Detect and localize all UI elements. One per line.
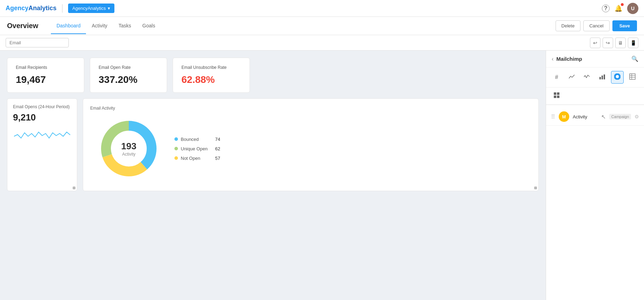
back-icon: ‹ [552, 56, 553, 62]
widget-type-line-chart[interactable] [565, 71, 578, 84]
widget-type-selector: # [546, 67, 644, 87]
legend-dot-unique-open [174, 147, 178, 150]
drag-handle-icon[interactable]: ⠿ [551, 113, 555, 120]
subheader-left: Overview Dashboard Activity Tasks Goals [7, 18, 161, 34]
filter-bar: ↩ ↪ 🖥 📱 [0, 35, 644, 51]
brand-analytics: Analytics [28, 5, 57, 12]
widget-type-grid[interactable] [550, 90, 563, 102]
main-layout: Email Recipients 19,467 Email Open Rate … [0, 51, 644, 300]
widget-type-donut[interactable] [611, 71, 624, 84]
widget-settings-button[interactable]: ⚙ [635, 114, 639, 119]
nav-divider [62, 4, 62, 13]
widget-name-activity: Activity [573, 114, 598, 119]
tab-tasks[interactable]: Tasks [113, 18, 137, 34]
save-button[interactable]: Save [612, 20, 637, 31]
panel-back-button[interactable]: ‹ [552, 56, 553, 62]
stat-value-open-rate: 337.20% [99, 74, 158, 85]
tab-dashboard[interactable]: Dashboard [51, 18, 86, 34]
avatar[interactable]: U [627, 3, 638, 14]
widget-type-table[interactable] [626, 71, 639, 84]
chart-title-activity: Email Activity [90, 106, 531, 111]
panel-header: ‹ Mailchimp 🔍 [546, 51, 644, 67]
stats-row: Email Recipients 19,467 Email Open Rate … [7, 58, 539, 93]
undo-button[interactable]: ↩ [590, 38, 600, 48]
svg-point-8 [616, 75, 619, 78]
donut-center-value: 193 [121, 141, 136, 152]
donut-legend: Bounced 74 Unique Open 62 Not Open 57 [174, 137, 220, 161]
widget-type-metric[interactable]: # [550, 71, 563, 84]
donut-chart-icon [614, 73, 620, 81]
chart-card-activity: Email Activity [83, 98, 539, 191]
help-button[interactable]: ? [602, 5, 610, 12]
widget-icon-activity: M [559, 111, 569, 122]
svg-rect-14 [557, 92, 559, 95]
delete-button[interactable]: Delete [556, 20, 581, 31]
panel-search-button[interactable]: 🔍 [631, 56, 638, 62]
widget-list: ⠿ M Activity ↖ Campaign ⚙ [546, 105, 644, 129]
notification-badge [621, 3, 624, 6]
stat-card-unsubscribe: Email Unsubscribe Rate 62.88% [173, 58, 250, 93]
metric-icon: # [555, 74, 558, 80]
redo-button[interactable]: ↪ [603, 38, 613, 48]
legend-dot-bounced [174, 137, 178, 141]
widget-type-bar-chart[interactable] [596, 71, 609, 84]
legend-item-unique-open: Unique Open 62 [174, 146, 220, 151]
brand-agency: Agency [6, 5, 28, 12]
resize-handle[interactable] [73, 187, 75, 189]
tab-activity[interactable]: Activity [86, 18, 113, 34]
svg-rect-13 [554, 92, 556, 95]
navbar-right: ? 🔔 U [602, 3, 638, 14]
legend-name-not-open: Not Open [181, 156, 212, 161]
table-icon [629, 73, 636, 81]
charts-row: Email Opens (24-Hour Period) 9,210 Email… [7, 98, 539, 191]
subheader-right: Delete Cancel Save [556, 20, 637, 31]
legend-value-bounced: 74 [215, 137, 220, 142]
search-icon: 🔍 [631, 56, 638, 62]
notifications-button[interactable]: 🔔 [615, 5, 622, 12]
legend-name-unique-open: Unique Open [181, 146, 212, 151]
stat-label-unsubscribe: Email Unsubscribe Rate [181, 65, 241, 70]
sparkline-chart [13, 126, 71, 143]
chart-value-opens: 9,210 [13, 112, 71, 123]
svg-rect-6 [604, 74, 605, 79]
widget-type-row2 [546, 87, 644, 105]
desktop-view-button[interactable]: 🖥 [615, 38, 626, 48]
widget-tag-campaign: Campaign [609, 114, 631, 119]
mobile-view-button[interactable]: 📱 [628, 38, 638, 48]
stat-value-recipients: 19,467 [16, 74, 75, 85]
stat-card-recipients: Email Recipients 19,467 [7, 58, 84, 93]
donut-center: 193 Activity [121, 141, 136, 157]
legend-item-not-open: Not Open 57 [174, 156, 220, 161]
dashboard-content: Email Recipients 19,467 Email Open Rate … [0, 51, 546, 300]
widget-type-sparkline[interactable] [580, 71, 593, 84]
legend-value-not-open: 57 [215, 156, 220, 161]
svg-rect-15 [554, 96, 556, 98]
line-chart-icon [569, 73, 575, 81]
email-filter-input[interactable] [6, 38, 69, 47]
avatar-initials: U [631, 6, 635, 11]
widget-item-activity[interactable]: ⠿ M Activity ↖ Campaign ⚙ [546, 108, 644, 126]
question-icon: ? [602, 5, 610, 12]
stat-card-open-rate: Email Open Rate 337.20% [90, 58, 167, 93]
svg-rect-9 [630, 74, 635, 79]
tab-goals[interactable]: Goals [137, 18, 161, 34]
svg-rect-5 [602, 76, 603, 79]
chart-card-opens: Email Opens (24-Hour Period) 9,210 [7, 98, 77, 191]
legend-item-bounced: Bounced 74 [174, 137, 220, 142]
svg-rect-16 [557, 96, 559, 98]
chart-title-opens: Email Opens (24-Hour Period) [13, 104, 71, 109]
grid-icon [553, 92, 560, 100]
navbar: AgencyAnalytics AgencyAnalytics ▾ ? 🔔 U [0, 0, 644, 17]
panel-title: Mailchimp [556, 56, 629, 62]
legend-name-bounced: Bounced [181, 137, 212, 142]
donut-area: 193 Activity Bounced 74 Uniqu [90, 113, 531, 184]
brand-logo: AgencyAnalytics [6, 5, 57, 12]
legend-value-unique-open: 62 [215, 146, 220, 151]
resize-handle-large[interactable] [534, 187, 537, 189]
agency-dropdown-button[interactable]: AgencyAnalytics ▾ [68, 4, 114, 13]
chevron-down-icon: ▾ [108, 6, 110, 11]
cursor-icon: ↖ [601, 113, 606, 120]
cancel-button[interactable]: Cancel [583, 20, 609, 31]
subheader: Overview Dashboard Activity Tasks Goals … [0, 17, 644, 35]
stat-value-unsubscribe: 62.88% [181, 74, 241, 85]
